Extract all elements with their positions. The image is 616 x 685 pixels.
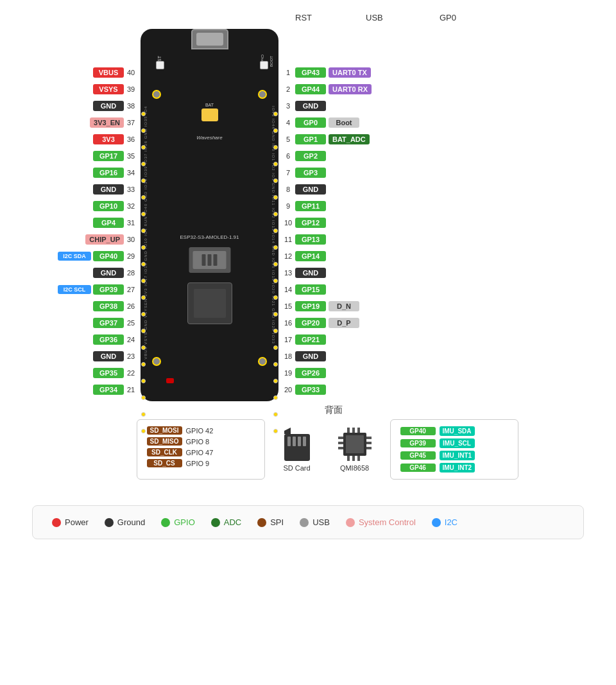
pin-label-gnd-r18: GND: [295, 351, 326, 361]
pin-num-29: 29: [124, 252, 138, 260]
pin-row-left-24: GP36 24: [93, 331, 138, 347]
imu-sda-label: IMU_SDA: [440, 426, 475, 436]
pin-num-30: 30: [124, 236, 138, 243]
board-area: VBUS 40 VSYS 39 GND 38 3V3_EN 37 3V3 36 …: [58, 29, 558, 401]
pin-label-gp21: GP21: [295, 334, 326, 345]
pin-num-r19: 19: [281, 369, 295, 377]
imu-row-int2: GP46 IMU_INT2: [400, 463, 508, 473]
pin-row-left-37: 3V3_EN 37: [90, 114, 138, 130]
pin-label-dp: D_P: [329, 318, 359, 328]
qmi-chip-icon: [336, 428, 374, 463]
pin-num-23: 23: [124, 352, 138, 360]
pin-label-vsys: VSYS: [93, 84, 124, 94]
sd-row-miso: SD_MISO GPIO 8: [147, 437, 255, 446]
pin-row-left-39: VSYS 39: [93, 81, 138, 97]
imu-int2-label: IMU_INT2: [440, 463, 475, 473]
pin-label-gp44: GP44: [295, 84, 326, 94]
pin-num-r11: 11: [281, 236, 295, 243]
pin-num-r14: 14: [281, 286, 295, 293]
imu-row-scl: GP39 IMU_SCL: [400, 438, 508, 448]
pin-label-gp16: GP16: [93, 168, 124, 178]
pin-num-r3: 3: [281, 102, 295, 110]
svg-rect-10: [338, 447, 343, 449]
imu-int1-label: IMU_INT1: [440, 451, 475, 460]
pin-row-left-40: VBUS 40: [93, 64, 138, 80]
pin-row-right-12: 12 GP14: [281, 248, 326, 264]
qmi-chip-text: QMI8658: [340, 464, 369, 472]
svg-rect-16: [357, 428, 360, 433]
imu-gp40-label: GP40: [400, 427, 436, 435]
pin-row-right-4: 4 GP0 Boot: [281, 114, 359, 130]
pin-label-gp1: GP1: [295, 134, 326, 144]
imu-box: GP40 IMU_SDA GP39 IMU_SCL GP45 IMU_INT1 …: [390, 419, 518, 480]
pin-row-right-16: 16 GP20 D_P: [281, 315, 359, 331]
svg-rect-3: [293, 437, 296, 446]
pin-num-28: 28: [124, 269, 138, 277]
ground-text: Ground: [117, 517, 145, 527]
usb-label: USB: [366, 13, 383, 22]
pin-num-40: 40: [124, 69, 138, 76]
pin-label-vbus: VBUS: [93, 67, 124, 78]
pin-row-left-28: GND 28: [93, 264, 138, 281]
svg-rect-5: [303, 437, 306, 446]
pin-label-gp10: GP10: [93, 201, 124, 211]
pin-label-gp40: GP40: [93, 251, 124, 261]
pin-num-r16: 16: [281, 319, 295, 327]
pin-label-chipup: CHIP_UP: [85, 234, 124, 245]
pin-num-r10: 10: [281, 219, 295, 227]
pin-row-right-2: 2 GP44 UART0 RX: [281, 81, 372, 97]
pin-row-left-34: GP16 34: [93, 164, 138, 180]
pin-num-22: 22: [124, 369, 138, 377]
pin-row-left-23: GND 23: [93, 348, 138, 364]
pin-row-right-19: 19 GP26: [281, 365, 326, 381]
power-text: Power: [65, 517, 89, 527]
left-pins: VBUS 40 VSYS 39 GND 38 3V3_EN 37 3V3 36 …: [58, 64, 138, 398]
pin-row-right-9: 9 GP11: [281, 198, 326, 214]
svg-rect-14: [347, 428, 350, 433]
pin-num-r7: 7: [281, 169, 295, 177]
sd-card-icon: [281, 428, 313, 463]
pin-num-r6: 6: [281, 152, 295, 160]
pin-row-left-30: CHIP_UP 30: [85, 231, 138, 247]
pin-label-uart0rx: UART0 RX: [329, 84, 372, 94]
svg-marker-1: [284, 428, 291, 434]
pin-num-38: 38: [124, 102, 138, 110]
back-label: 背面: [325, 404, 343, 416]
sd-row-mosi: SD_MOSI GPIO 42: [147, 426, 255, 435]
sd-card-box: SD_MOSI GPIO 42 SD_MISO GPIO 8 SD_CLK GP…: [137, 419, 265, 480]
pin-row-left-35: GP17 35: [93, 148, 138, 164]
svg-rect-8: [338, 437, 343, 439]
pin-row-left-22: GP35 22: [93, 365, 138, 381]
pin-num-r1: 1: [281, 69, 295, 76]
pin-row-left-36: 3V3 36: [93, 131, 138, 147]
pin-row-right-8: 8 GND: [281, 181, 326, 197]
sd-card-icon-area: SD Card: [275, 419, 320, 480]
pin-label-3v3: 3V3: [93, 134, 124, 144]
pin-num-35: 35: [124, 152, 138, 160]
pin-label-gp39: GP39: [93, 284, 124, 295]
main-container: RST USB GP0 VBUS 40 VSYS 39 GND 38 3V: [0, 0, 616, 552]
pin-num-r18: 18: [281, 352, 295, 360]
sd-clk-label: SD_CLK: [147, 448, 182, 456]
pin-row-right-10: 10 GP12: [281, 214, 326, 230]
imu-gp39-label: GP39: [400, 439, 436, 447]
pin-label-gnd-r8: GND: [295, 184, 326, 195]
sd-cs-value: GPIO 9: [186, 460, 210, 467]
sd-row-cs: SD_CS GPIO 9: [147, 459, 255, 467]
pin-label-gnd28: GND: [93, 268, 124, 278]
legend-gpio: GPIO: [161, 517, 195, 527]
pin-row-right-14: 14 GP15: [281, 281, 326, 297]
svg-rect-18: [352, 456, 355, 461]
pin-label-gnd38: GND: [93, 101, 124, 111]
pin-label-gnd33: GND: [93, 184, 124, 195]
pin-num-21: 21: [124, 386, 138, 394]
sd-miso-value: GPIO 8: [186, 438, 210, 446]
pin-num-25: 25: [124, 319, 138, 327]
pin-label-gp15: GP15: [295, 284, 326, 295]
pin-label-gnd23: GND: [93, 351, 124, 361]
legend-adc: ADC: [211, 517, 241, 527]
pin-num-r2: 2: [281, 85, 295, 93]
power-dot: [52, 518, 61, 527]
sd-row-clk: SD_CLK GPIO 47: [147, 448, 255, 456]
pin-label-gnd-r3: GND: [295, 101, 326, 111]
